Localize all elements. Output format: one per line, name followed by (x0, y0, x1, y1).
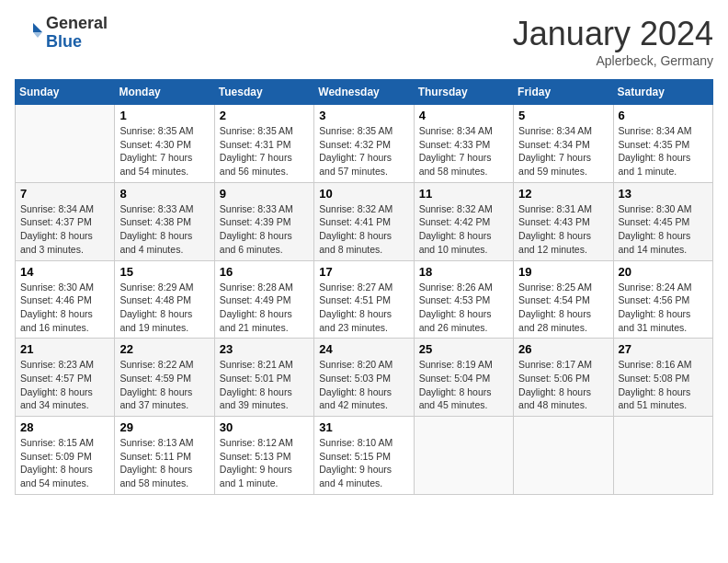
day-info: Sunrise: 8:23 AMSunset: 4:57 PMDaylight:… (20, 358, 109, 412)
weekday-header-friday: Friday (514, 80, 613, 105)
calendar-day-5: 5Sunrise: 8:34 AMSunset: 4:34 PMDaylight… (514, 105, 613, 183)
calendar-day-4: 4Sunrise: 8:34 AMSunset: 4:33 PMDaylight… (414, 105, 513, 183)
day-number: 29 (119, 420, 209, 434)
day-number: 26 (518, 342, 608, 356)
calendar-week-row: 21Sunrise: 8:23 AMSunset: 4:57 PMDayligh… (16, 339, 713, 417)
calendar-day-20: 20Sunrise: 8:24 AMSunset: 4:56 PMDayligh… (613, 260, 712, 339)
empty-cell (514, 417, 613, 495)
calendar-day-7: 7Sunrise: 8:34 AMSunset: 4:37 PMDaylight… (16, 182, 115, 260)
day-info: Sunrise: 8:16 AMSunset: 5:08 PMDaylight:… (619, 358, 708, 412)
day-info: Sunrise: 8:21 AMSunset: 5:01 PMDaylight:… (220, 358, 309, 412)
day-number: 28 (20, 420, 109, 434)
calendar-day-21: 21Sunrise: 8:23 AMSunset: 4:57 PMDayligh… (16, 339, 115, 417)
day-info: Sunrise: 8:13 AMSunset: 5:11 PMDaylight:… (119, 436, 209, 490)
svg-marker-1 (33, 32, 42, 38)
day-number: 8 (119, 187, 209, 201)
day-info: Sunrise: 8:28 AMSunset: 4:49 PMDaylight:… (220, 281, 309, 335)
day-number: 4 (419, 109, 508, 122)
day-number: 17 (319, 265, 408, 279)
day-info: Sunrise: 8:30 AMSunset: 4:45 PMDaylight:… (619, 202, 708, 257)
weekday-header-saturday: Saturday (613, 80, 712, 105)
day-number: 21 (20, 342, 109, 356)
day-info: Sunrise: 8:33 AMSunset: 4:38 PMDaylight:… (119, 202, 209, 257)
day-info: Sunrise: 8:30 AMSunset: 4:46 PMDaylight:… (20, 281, 109, 335)
logo-general-text: General (46, 15, 108, 33)
calendar-week-row: 14Sunrise: 8:30 AMSunset: 4:46 PMDayligh… (16, 260, 713, 339)
calendar-day-9: 9Sunrise: 8:33 AMSunset: 4:39 PMDaylight… (214, 182, 313, 260)
calendar-day-1: 1Sunrise: 8:35 AMSunset: 4:30 PMDaylight… (115, 105, 214, 183)
day-number: 30 (220, 420, 309, 434)
calendar-day-26: 26Sunrise: 8:17 AMSunset: 5:06 PMDayligh… (514, 339, 613, 417)
empty-cell (613, 417, 712, 495)
calendar-week-row: 28Sunrise: 8:15 AMSunset: 5:09 PMDayligh… (16, 417, 713, 495)
day-number: 3 (319, 109, 408, 122)
calendar-day-27: 27Sunrise: 8:16 AMSunset: 5:08 PMDayligh… (613, 339, 712, 417)
empty-cell (16, 105, 115, 183)
day-info: Sunrise: 8:22 AMSunset: 4:59 PMDaylight:… (119, 358, 209, 412)
calendar-day-14: 14Sunrise: 8:30 AMSunset: 4:46 PMDayligh… (16, 260, 115, 339)
logo: General Blue (15, 15, 108, 52)
calendar-week-row: 7Sunrise: 8:34 AMSunset: 4:37 PMDaylight… (16, 182, 713, 260)
calendar-day-13: 13Sunrise: 8:30 AMSunset: 4:45 PMDayligh… (613, 182, 712, 260)
logo-icon (15, 19, 42, 47)
calendar-table: SundayMondayTuesdayWednesdayThursdayFrid… (15, 79, 713, 495)
day-number: 18 (419, 265, 508, 279)
day-info: Sunrise: 8:34 AMSunset: 4:33 PMDaylight:… (419, 124, 508, 178)
day-info: Sunrise: 8:34 AMSunset: 4:34 PMDaylight:… (518, 124, 608, 178)
day-info: Sunrise: 8:35 AMSunset: 4:32 PMDaylight:… (319, 124, 408, 178)
calendar-title: January 2024 (513, 15, 713, 53)
day-info: Sunrise: 8:20 AMSunset: 5:03 PMDaylight:… (319, 358, 408, 412)
day-info: Sunrise: 8:35 AMSunset: 4:31 PMDaylight:… (220, 124, 309, 178)
day-info: Sunrise: 8:26 AMSunset: 4:53 PMDaylight:… (419, 281, 508, 335)
logo-blue-text: Blue (46, 33, 108, 52)
calendar-day-6: 6Sunrise: 8:34 AMSunset: 4:35 PMDaylight… (613, 105, 712, 183)
day-number: 31 (319, 420, 408, 434)
day-info: Sunrise: 8:33 AMSunset: 4:39 PMDaylight:… (220, 202, 309, 257)
day-number: 2 (220, 109, 309, 122)
calendar-day-10: 10Sunrise: 8:32 AMSunset: 4:41 PMDayligh… (314, 182, 414, 260)
day-number: 16 (220, 265, 309, 279)
calendar-day-29: 29Sunrise: 8:13 AMSunset: 5:11 PMDayligh… (115, 417, 214, 495)
day-info: Sunrise: 8:34 AMSunset: 4:37 PMDaylight:… (20, 202, 109, 257)
calendar-day-2: 2Sunrise: 8:35 AMSunset: 4:31 PMDaylight… (214, 105, 313, 183)
day-number: 20 (619, 265, 708, 279)
day-number: 6 (619, 109, 708, 122)
calendar-day-24: 24Sunrise: 8:20 AMSunset: 5:03 PMDayligh… (314, 339, 414, 417)
day-number: 10 (319, 187, 408, 201)
empty-cell (414, 417, 513, 495)
weekday-header-thursday: Thursday (414, 80, 513, 105)
calendar-subtitle: Aplerbeck, Germany (513, 53, 713, 68)
day-info: Sunrise: 8:29 AMSunset: 4:48 PMDaylight:… (119, 281, 209, 335)
day-info: Sunrise: 8:15 AMSunset: 5:09 PMDaylight:… (20, 436, 109, 490)
day-info: Sunrise: 8:12 AMSunset: 5:13 PMDaylight:… (220, 436, 309, 490)
calendar-day-30: 30Sunrise: 8:12 AMSunset: 5:13 PMDayligh… (214, 417, 313, 495)
calendar-day-23: 23Sunrise: 8:21 AMSunset: 5:01 PMDayligh… (214, 339, 313, 417)
title-block: January 2024 Aplerbeck, Germany (513, 15, 713, 68)
day-info: Sunrise: 8:35 AMSunset: 4:30 PMDaylight:… (119, 124, 209, 178)
day-number: 1 (119, 109, 209, 122)
day-number: 12 (518, 187, 608, 201)
calendar-day-15: 15Sunrise: 8:29 AMSunset: 4:48 PMDayligh… (115, 260, 214, 339)
day-info: Sunrise: 8:32 AMSunset: 4:42 PMDaylight:… (419, 202, 508, 257)
day-info: Sunrise: 8:17 AMSunset: 5:06 PMDaylight:… (518, 358, 608, 412)
day-info: Sunrise: 8:34 AMSunset: 4:35 PMDaylight:… (619, 124, 708, 178)
calendar-day-11: 11Sunrise: 8:32 AMSunset: 4:42 PMDayligh… (414, 182, 513, 260)
calendar-day-31: 31Sunrise: 8:10 AMSunset: 5:15 PMDayligh… (314, 417, 414, 495)
weekday-header-wednesday: Wednesday (314, 80, 414, 105)
calendar-day-25: 25Sunrise: 8:19 AMSunset: 5:04 PMDayligh… (414, 339, 513, 417)
day-number: 23 (220, 342, 309, 356)
day-info: Sunrise: 8:27 AMSunset: 4:51 PMDaylight:… (319, 281, 408, 335)
day-number: 7 (20, 187, 109, 201)
day-number: 19 (518, 265, 608, 279)
day-info: Sunrise: 8:10 AMSunset: 5:15 PMDaylight:… (319, 436, 408, 490)
page-header: General Blue January 2024 Aplerbeck, Ger… (15, 15, 713, 68)
day-number: 5 (518, 109, 608, 122)
day-info: Sunrise: 8:19 AMSunset: 5:04 PMDaylight:… (419, 358, 508, 412)
day-number: 14 (20, 265, 109, 279)
day-number: 9 (220, 187, 309, 201)
svg-marker-0 (33, 23, 42, 32)
day-number: 15 (119, 265, 209, 279)
calendar-day-19: 19Sunrise: 8:25 AMSunset: 4:54 PMDayligh… (514, 260, 613, 339)
calendar-day-12: 12Sunrise: 8:31 AMSunset: 4:43 PMDayligh… (514, 182, 613, 260)
day-number: 25 (419, 342, 508, 356)
